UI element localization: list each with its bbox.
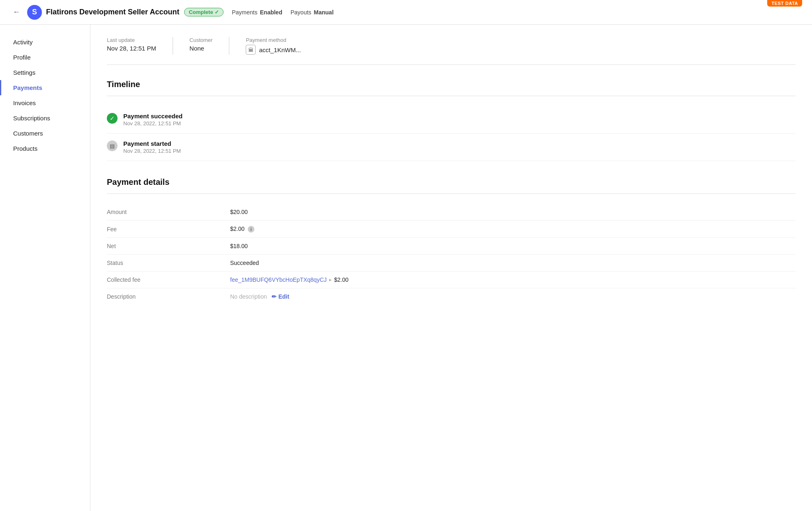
- edit-link[interactable]: ✏ Edit: [272, 293, 289, 300]
- page-title: Flatirons Development Seller Account: [46, 8, 179, 16]
- timeline-title: Timeline: [107, 80, 796, 89]
- collected-fee-link[interactable]: fee_1M9BUFQ6VYbcHoEpTXq8qyCJ: [230, 276, 327, 283]
- pencil-icon: ✏: [272, 293, 277, 300]
- payment-method-value: 🏛 acct_1KnWM...: [246, 45, 301, 55]
- net-value: $18.00: [230, 238, 796, 255]
- last-update-value: Nov 28, 12:51 PM: [107, 45, 156, 52]
- collected-fee-value: fee_1M9BUFQ6VYbcHoEpTXq8qyCJ ▸ $2.00: [230, 272, 796, 288]
- sidebar-item-settings[interactable]: Settings: [0, 65, 90, 80]
- main-content: Last update Nov 28, 12:51 PM Customer No…: [90, 25, 812, 511]
- amount-label: Amount: [107, 204, 230, 221]
- timeline-event-1: Payment started Nov 28, 2022, 12:51 PM: [123, 140, 181, 154]
- sidebar-item-payments[interactable]: Payments: [0, 80, 90, 95]
- table-row-fee: Fee $2.00 i: [107, 221, 796, 238]
- customer-value: None: [189, 45, 212, 52]
- timeline-event-0: Payment succeeded Nov 28, 2022, 12:51 PM: [123, 113, 182, 127]
- test-data-badge: TEST DATA: [767, 0, 802, 7]
- net-label: Net: [107, 238, 230, 255]
- sidebar-item-activity[interactable]: Activity: [0, 35, 90, 50]
- header: ← S Flatirons Development Seller Account…: [0, 0, 812, 25]
- sidebar-item-invoices[interactable]: Invoices: [0, 95, 90, 110]
- timeline-item-1: ▤ Payment started Nov 28, 2022, 12:51 PM: [107, 134, 796, 161]
- table-row-description: Description No description ✏ Edit: [107, 288, 796, 305]
- customer-cell: Customer None: [189, 37, 229, 55]
- main-layout: Activity Profile Settings Payments Invoi…: [0, 25, 812, 511]
- fee-label: Fee: [107, 221, 230, 238]
- collected-fee-label: Collected fee: [107, 272, 230, 288]
- description-value: No description ✏ Edit: [230, 288, 796, 305]
- sidebar-item-products[interactable]: Products: [0, 141, 90, 156]
- neutral-icon: ▤: [107, 140, 118, 151]
- timeline-divider: [107, 96, 796, 96]
- arrow-icon: ▸: [329, 277, 332, 283]
- back-button[interactable]: ←: [10, 6, 23, 19]
- payment-details-table: Amount $20.00 Fee $2.00 i Net $18.00: [107, 204, 796, 305]
- back-icon: ←: [13, 8, 20, 16]
- sidebar-item-customers[interactable]: Customers: [0, 126, 90, 141]
- payment-details-section: Payment details Amount $20.00 Fee $2.00 …: [107, 177, 796, 305]
- complete-badge: Complete ✓: [184, 8, 224, 16]
- timeline-item-0: ✓ Payment succeeded Nov 28, 2022, 12:51 …: [107, 106, 796, 134]
- avatar: S: [27, 5, 42, 20]
- table-row-amount: Amount $20.00: [107, 204, 796, 221]
- last-update-label: Last update: [107, 37, 156, 43]
- payment-method-cell: Payment method 🏛 acct_1KnWM...: [246, 37, 317, 55]
- payment-method-label: Payment method: [246, 37, 301, 43]
- table-row-net: Net $18.00: [107, 238, 796, 255]
- fee-info-icon[interactable]: i: [248, 226, 254, 232]
- timeline-section: Timeline ✓ Payment succeeded Nov 28, 202…: [107, 80, 796, 161]
- sidebar-item-subscriptions[interactable]: Subscriptions: [0, 110, 90, 126]
- sidebar-item-profile[interactable]: Profile: [0, 50, 90, 65]
- status-value: Succeeded: [230, 255, 796, 272]
- payouts-status: Payouts Manual: [291, 9, 334, 16]
- bank-icon: 🏛: [246, 45, 256, 55]
- fee-value: $2.00 i: [230, 221, 796, 238]
- payment-details-title: Payment details: [107, 177, 796, 187]
- payments-status: Payments Enabled: [232, 9, 282, 16]
- sidebar: Activity Profile Settings Payments Invoi…: [0, 25, 90, 511]
- last-update-cell: Last update Nov 28, 12:51 PM: [107, 37, 173, 55]
- amount-value: $20.00: [230, 204, 796, 221]
- payment-details-divider: [107, 193, 796, 194]
- success-icon: ✓: [107, 113, 118, 124]
- status-label: Status: [107, 255, 230, 272]
- info-row: Last update Nov 28, 12:51 PM Customer No…: [107, 37, 796, 65]
- customer-label: Customer: [189, 37, 212, 43]
- description-label: Description: [107, 288, 230, 305]
- table-row-status: Status Succeeded: [107, 255, 796, 272]
- table-row-collected-fee: Collected fee fee_1M9BUFQ6VYbcHoEpTXq8qy…: [107, 272, 796, 288]
